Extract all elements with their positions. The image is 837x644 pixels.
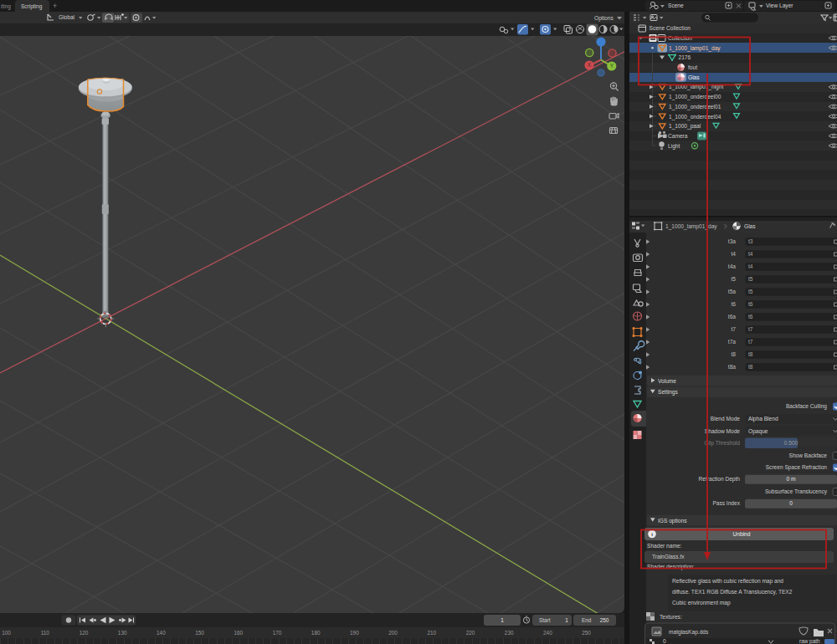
svg-text:t7: t7 [732, 326, 737, 332]
svg-text:fout: fout [688, 64, 697, 70]
svg-text:170: 170 [273, 630, 282, 636]
svg-text:t8a: t8a [728, 364, 736, 370]
svg-text:Collection: Collection [668, 35, 692, 41]
svg-text:1_1000_lamp01_night: 1_1000_lamp01_night [669, 84, 723, 90]
svg-text:Alpha Blend: Alpha Blend [748, 416, 778, 422]
svg-text:Textures:: Textures: [660, 614, 682, 620]
svg-text:t8: t8 [748, 351, 753, 357]
svg-text:t4: t4 [748, 251, 753, 257]
svg-text:Settings: Settings [658, 389, 679, 396]
svg-text:t6: t6 [732, 301, 737, 307]
svg-text:Shader description:: Shader description: [647, 564, 695, 570]
svg-text:Y: Y [610, 63, 614, 69]
svg-text:Unbind: Unbind [733, 531, 751, 537]
svg-text:100: 100 [2, 630, 11, 636]
svg-text:t4: t4 [748, 263, 753, 269]
svg-text:t6: t6 [748, 301, 753, 307]
svg-text:t3a: t3a [728, 238, 736, 244]
svg-text:X: X [588, 62, 592, 68]
svg-text:1_1000_paal: 1_1000_paal [669, 123, 701, 130]
svg-text:120: 120 [80, 630, 89, 636]
svg-text:t8: t8 [748, 364, 753, 370]
svg-text:IGS options: IGS options [658, 518, 687, 524]
svg-text:Opaque: Opaque [748, 428, 768, 435]
svg-text:140: 140 [157, 630, 166, 636]
svg-text:0 m: 0 m [787, 476, 796, 482]
svg-text:TrainGlass.fx: TrainGlass.fx [652, 554, 685, 560]
svg-text:230: 230 [505, 630, 514, 636]
svg-text:Shadow Mode: Shadow Mode [705, 428, 740, 434]
svg-text:150: 150 [195, 630, 204, 636]
svg-text:t5: t5 [732, 276, 737, 282]
svg-text:t3: t3 [748, 238, 753, 244]
svg-text:t7: t7 [748, 339, 753, 345]
svg-text:raw path: raw path [799, 638, 820, 644]
svg-text:Glas: Glas [688, 74, 700, 80]
svg-text:2176: 2176 [679, 54, 691, 60]
svg-text:Light: Light [668, 143, 680, 150]
svg-text:1: 1 [501, 617, 504, 623]
svg-text:Start: Start [539, 617, 551, 623]
svg-text:Subsurface Translucency: Subsurface Translucency [765, 488, 828, 495]
svg-text:Backface Culling: Backface Culling [786, 403, 827, 410]
svg-text:1_1000_onderdeel00: 1_1000_onderdeel00 [669, 94, 721, 100]
svg-text:Scene Collection: Scene Collection [650, 25, 691, 31]
svg-text:t7a: t7a [728, 339, 736, 345]
svg-text:130: 130 [118, 630, 127, 636]
svg-text:190: 190 [350, 630, 359, 636]
svg-text:1_1000_onderdeel04: 1_1000_onderdeel04 [669, 114, 721, 120]
svg-text:1_1000_onderdeel01: 1_1000_onderdeel01 [669, 104, 721, 110]
svg-text:160: 160 [234, 630, 243, 636]
svg-text:0: 0 [663, 638, 666, 644]
svg-text:t4: t4 [732, 251, 737, 257]
svg-text:Camera: Camera [668, 133, 688, 139]
svg-text:Pass Index: Pass Index [712, 500, 740, 506]
svg-text:t5a: t5a [728, 289, 736, 294]
svg-text:Cubic environment map: Cubic environment map [672, 600, 731, 606]
svg-text:180: 180 [311, 630, 321, 636]
svg-text:t7: t7 [748, 326, 753, 332]
svg-text:1_1000_lamp01_day: 1_1000_lamp01_day [665, 223, 717, 230]
svg-text:0.500: 0.500 [784, 440, 798, 446]
svg-text:End: End [582, 617, 592, 623]
svg-text:t6a: t6a [728, 314, 736, 319]
svg-text:Volume: Volume [658, 378, 676, 384]
svg-text:110: 110 [41, 630, 50, 636]
svg-text:240: 240 [543, 630, 552, 636]
svg-text:1: 1 [565, 617, 568, 623]
svg-text:210: 210 [427, 630, 436, 636]
svg-text:Show Backface: Show Backface [789, 452, 828, 458]
svg-text:1_1000_lamp01_day: 1_1000_lamp01_day [669, 45, 721, 52]
svg-text:Glas: Glas [744, 223, 756, 229]
svg-text:diffuse. TEX1 RGB Diffuse A Tr: diffuse. TEX1 RGB Diffuse A Translucency… [672, 589, 793, 595]
svg-text:Screen Space Refraction: Screen Space Refraction [766, 464, 828, 471]
svg-text:i: i [651, 531, 653, 537]
svg-text:0: 0 [789, 500, 793, 506]
svg-text:Clip Threshold: Clip Threshold [705, 440, 741, 447]
svg-text:t8: t8 [732, 351, 737, 357]
svg-text:Refraction Depth: Refraction Depth [699, 476, 741, 483]
svg-text:250: 250 [582, 630, 591, 636]
svg-text:t5: t5 [748, 289, 753, 294]
svg-text:t5: t5 [748, 276, 753, 282]
svg-text:220: 220 [466, 630, 475, 636]
svg-text:Reflective glass with cubic re: Reflective glass with cubic reflection m… [672, 578, 783, 585]
svg-text:matglasKap.dds: matglasKap.dds [669, 629, 709, 636]
svg-text:200: 200 [388, 630, 398, 636]
svg-text:250: 250 [600, 617, 609, 623]
svg-text:Shader name:: Shader name: [647, 543, 682, 549]
svg-text:t6: t6 [748, 314, 753, 319]
svg-text:t4a: t4a [728, 263, 736, 269]
svg-text:Blend Mode: Blend Mode [711, 416, 741, 422]
